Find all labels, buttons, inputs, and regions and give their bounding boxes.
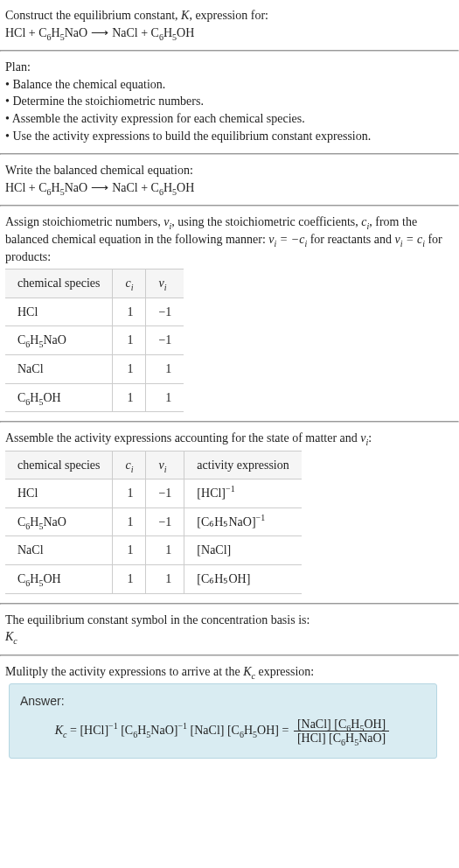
table-row: C6H5NaO 1 −1 [C₆H₅NaO]−1 — [5, 508, 302, 536]
plan-item: Balance the chemical equation. — [5, 76, 454, 94]
cell-ci: 1 — [113, 565, 146, 594]
activity-section: Assemble the activity expressions accoun… — [0, 423, 459, 603]
balanced-label: Write the balanced chemical equation: — [5, 162, 454, 179]
cell-ci: 1 — [113, 383, 146, 412]
plan-label: Plan: — [5, 59, 454, 76]
cell-nui: 1 — [146, 354, 184, 383]
plan-section: Plan: Balance the chemical equation. Det… — [0, 52, 459, 153]
cell-nui: −1 — [146, 480, 184, 508]
cell-species: C6H5NaO — [5, 508, 113, 536]
cell-species: C6H5NaO — [5, 326, 113, 355]
table-row: HCl 1 −1 — [5, 298, 184, 326]
stoich-eq1: νi = −ci — [268, 233, 307, 246]
kc-denominator: [HCl] [C6H5NaO] — [294, 732, 389, 745]
plan-item: Use the activity expressions to build th… — [5, 128, 454, 145]
stoich-table: chemical species ci νi HCl 1 −1 C6H5NaO … — [5, 269, 184, 412]
cell-species: NaCl — [5, 536, 113, 565]
cell-ci: 1 — [113, 536, 146, 565]
kc-intro: The equilibrium constant symbol in the c… — [5, 612, 454, 629]
col-activity: activity expression — [184, 451, 302, 480]
reaction-equation: HCl + C6H5NaO⟶NaCl + C6H5OH — [5, 24, 454, 42]
table-header-row: chemical species ci νi activity expressi… — [5, 451, 302, 480]
multiply-a: Mulitply the activity expressions to arr… — [5, 665, 243, 678]
k-symbol: K — [181, 9, 189, 22]
cell-activity: [HCl]−1 — [184, 480, 302, 508]
cell-species: C6H5OH — [5, 383, 113, 412]
nu-symbol: νi — [360, 431, 368, 444]
cell-nui: 1 — [146, 383, 184, 412]
balanced-section: Write the balanced chemical equation: HC… — [0, 155, 459, 205]
col-ci: ci — [113, 451, 146, 480]
kc-intro-section: The equilibrium constant symbol in the c… — [0, 605, 459, 654]
activity-label-a: Assemble the activity expressions accoun… — [5, 431, 360, 444]
answer-box: Answer: Kc = [HCl]−1 [C6H5NaO]−1 [NaCl] … — [9, 683, 437, 758]
stoich-text: Assign stoichiometric numbers, νi, using… — [5, 214, 454, 265]
col-nui: νi — [146, 270, 184, 298]
kc-numerator: [NaCl] [C6H5OH] — [294, 718, 389, 732]
kc-symbol-inline: Kc — [243, 665, 255, 678]
cell-species: HCl — [5, 298, 113, 326]
activity-table: chemical species ci νi activity expressi… — [5, 451, 302, 594]
cell-nui: 1 — [146, 536, 184, 565]
table-row: C6H5OH 1 1 — [5, 383, 184, 412]
stoich-text-a: Assign stoichiometric numbers, — [5, 215, 163, 228]
result-section: Mulitply the activity expressions to arr… — [0, 656, 459, 767]
col-species: chemical species — [5, 270, 113, 298]
plan-item: Determine the stoichiometric numbers. — [5, 93, 454, 110]
intro-text: Construct the equilibrium constant, — [5, 9, 181, 22]
col-nui: νi — [146, 451, 184, 480]
cell-ci: 1 — [113, 508, 146, 536]
kc-expression: Kc = [HCl]−1 [C6H5NaO]−1 [NaCl] [C6H5OH]… — [20, 718, 426, 746]
balanced-equation: HCl + C6H5NaO⟶NaCl + C6H5OH — [5, 179, 454, 197]
table-row: C6H5OH 1 1 [C₆H₅OH] — [5, 565, 302, 594]
multiply-text: Mulitply the activity expressions to arr… — [5, 663, 454, 681]
cell-nui: −1 — [146, 508, 184, 536]
cell-nui: −1 — [146, 298, 184, 326]
stoich-eq2: νi = ci — [394, 233, 424, 246]
cell-nui: −1 — [146, 326, 184, 355]
cell-species: NaCl — [5, 354, 113, 383]
col-species: chemical species — [5, 451, 113, 480]
cell-ci: 1 — [113, 298, 146, 326]
cell-ci: 1 — [113, 480, 146, 508]
answer-label: Answer: — [20, 693, 426, 710]
col-ci: ci — [113, 270, 146, 298]
cell-ci: 1 — [113, 354, 146, 383]
stoich-text-b: , using the stoichiometric coefficients, — [171, 215, 361, 228]
plan-list: Balance the chemical equation. Determine… — [5, 76, 454, 144]
table-row: NaCl 1 1 [NaCl] — [5, 536, 302, 565]
table-header-row: chemical species ci νi — [5, 270, 184, 298]
stoich-text-e: for reactants and — [307, 233, 394, 246]
cell-species: HCl — [5, 480, 113, 508]
cell-nui: 1 — [146, 565, 184, 594]
cell-activity: [NaCl] — [184, 536, 302, 565]
kc-fraction: [NaCl] [C6H5OH] [HCl] [C6H5NaO] — [292, 718, 391, 746]
intro-text-b: , expression for: — [189, 9, 268, 22]
table-row: HCl 1 −1 [HCl]−1 — [5, 480, 302, 508]
activity-label-b: : — [368, 431, 372, 444]
cell-activity: [C₆H₅OH] — [184, 565, 302, 594]
kc-symbol: Kc — [5, 628, 454, 646]
plan-item: Assemble the activity expression for eac… — [5, 110, 454, 128]
activity-label: Assemble the activity expressions accoun… — [5, 430, 454, 447]
table-row: NaCl 1 1 — [5, 354, 184, 383]
cell-ci: 1 — [113, 326, 146, 355]
stoich-section: Assign stoichiometric numbers, νi, using… — [0, 206, 459, 421]
intro-section: Construct the equilibrium constant, K, e… — [0, 0, 459, 50]
table-row: C6H5NaO 1 −1 — [5, 326, 184, 355]
multiply-b: expression: — [255, 665, 314, 678]
cell-activity: [C₆H₅NaO]−1 — [184, 508, 302, 536]
cell-species: C6H5OH — [5, 565, 113, 594]
